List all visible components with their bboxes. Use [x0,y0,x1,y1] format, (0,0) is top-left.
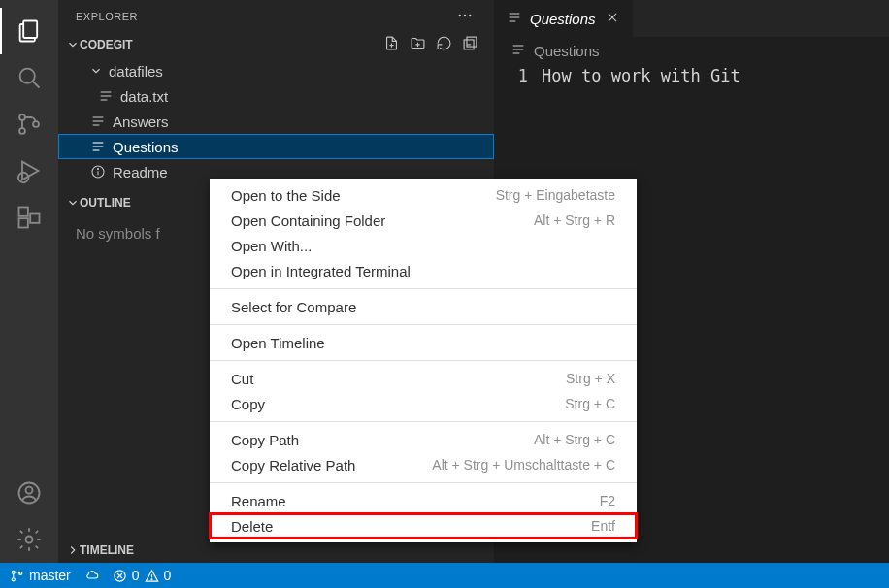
tree-file-questions[interactable]: Questions [58,134,494,159]
svg-point-12 [26,537,33,543]
svg-rect-20 [467,37,477,47]
timeline-title: TIMELINE [80,543,134,557]
warning-icon [145,569,159,583]
ctx-label: Open With... [231,238,312,254]
ctx-shortcut: Alt + Strg + Umschalttaste + C [432,457,615,473]
project-section-actions [383,35,486,54]
ctx-label: Copy Relative Path [231,457,355,474]
svg-point-34 [97,168,98,169]
editor-tabs: Questions [495,0,889,37]
tree-item-label: Readme [113,164,168,180]
activity-bar [0,0,58,563]
ctx-label: Select for Compare [231,299,356,315]
search-activity-icon[interactable] [0,54,58,101]
ctx-shortcut: Strg + X [566,371,615,386]
svg-rect-9 [30,214,39,223]
ctx-shortcut: Entf [591,518,615,534]
ctx-copy-path[interactable]: Copy Path Alt + Strg + C [210,427,637,452]
sidebar-header: EXPLORER [58,0,494,33]
ctx-copy-rel-path[interactable]: Copy Relative Path Alt + Strg + Umschalt… [210,452,637,477]
ctx-open-folder[interactable]: Open Containing Folder Alt + Strg + R [210,208,637,233]
explorer-activity-icon[interactable] [0,8,58,54]
file-lines-icon [89,114,107,129]
ctx-copy[interactable]: Copy Strg + C [210,391,637,416]
chevron-down-icon [66,196,80,210]
context-menu: Open to the Side Strg + Eingabetaste Ope… [210,179,637,542]
file-lines-icon [89,139,107,154]
project-name: CODEGIT [80,38,133,51]
ctx-label: Delete [231,518,273,535]
cloud-icon [84,569,99,583]
svg-point-3 [19,114,25,120]
ctx-open-with[interactable]: Open With... [210,233,637,258]
ctx-label: Cut [231,371,253,387]
svg-point-5 [33,121,39,127]
refresh-icon[interactable] [436,35,452,54]
chevron-right-icon [66,543,80,557]
scm-activity-icon[interactable] [0,101,58,147]
editor-code[interactable]: 1 How to work with Git [495,64,889,87]
sidebar-more-icon[interactable] [453,4,477,29]
ctx-select-compare[interactable]: Select for Compare [210,294,637,319]
ctx-label: Open Containing Folder [231,212,385,229]
debug-activity-icon[interactable] [0,147,58,194]
ctx-separator [210,421,637,422]
ctx-cut[interactable]: Cut Strg + X [210,366,637,391]
status-sync[interactable] [84,569,99,583]
ctx-shortcut: Alt + Strg + R [534,212,615,228]
breadcrumb-label: Questions [534,43,600,59]
ctx-open-side[interactable]: Open to the Side Strg + Eingabetaste [210,182,637,208]
ctx-separator [210,288,637,289]
ctx-open-timeline[interactable]: Open Timeline [210,330,637,355]
warning-count: 0 [164,568,172,583]
outline-title: OUTLINE [80,196,131,210]
ctx-separator [210,482,637,483]
status-problems[interactable]: 0 0 [113,568,172,583]
tree-file-data-txt[interactable]: data.txt [58,83,494,109]
tree-folder-datafiles[interactable]: datafiles [58,58,494,83]
file-lines-icon [510,42,526,60]
collapse-all-icon[interactable] [462,35,478,54]
ctx-separator [210,324,637,325]
ctx-shortcut: Strg + Eingabetaste [496,187,615,203]
ctx-label: Open in Integrated Terminal [231,263,411,279]
svg-point-44 [12,577,15,580]
file-lines-icon [97,88,115,104]
timeline-section-header[interactable]: TIMELINE [58,541,494,563]
ctx-rename[interactable]: Rename F2 [210,488,637,513]
ctx-open-terminal[interactable]: Open in Integrated Terminal [210,258,637,283]
ctx-label: Copy Path [231,432,299,448]
settings-activity-icon[interactable] [0,516,58,563]
ctx-delete[interactable]: Delete Entf [210,513,637,539]
tree-item-label: Questions [113,139,179,155]
new-file-icon[interactable] [383,35,400,54]
error-count: 0 [132,568,140,583]
ctx-label: Rename [231,493,286,509]
svg-line-2 [33,82,39,87]
extensions-activity-icon[interactable] [0,194,58,241]
account-activity-icon[interactable] [0,470,58,516]
chevron-down-icon [89,64,103,78]
svg-point-4 [19,128,25,134]
new-folder-icon[interactable] [410,35,426,54]
svg-point-1 [20,69,35,83]
tab-label: Questions [530,11,596,27]
project-section-header[interactable]: CODEGIT [58,33,494,56]
status-branch[interactable]: master [10,568,71,583]
svg-rect-7 [19,208,28,216]
file-tree: datafiles data.txt Answers Questions Rea… [58,56,494,186]
tab-close-icon[interactable] [604,9,621,29]
svg-rect-0 [23,21,37,39]
breadcrumb[interactable]: Questions [495,37,889,64]
tree-item-label: data.txt [120,88,168,105]
tree-item-label: datafiles [109,63,163,80]
status-bar: master 0 0 [0,563,889,588]
info-icon [89,164,107,180]
sidebar-title: EXPLORER [76,11,138,22]
ctx-shortcut: Strg + C [565,396,615,411]
svg-point-13 [459,15,461,16]
branch-icon [10,569,24,583]
tab-questions[interactable]: Questions [495,0,633,37]
tree-file-answers[interactable]: Answers [58,109,494,134]
branch-name: master [29,568,71,583]
